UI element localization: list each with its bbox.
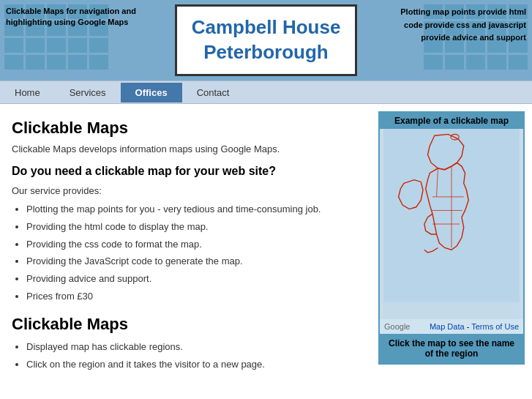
google-logo: Google	[384, 322, 410, 331]
list-item: Displayed map has clickable regions.	[26, 340, 359, 355]
list-item: Providing the JavaScript code to generat…	[26, 254, 359, 269]
list-item: Providing the css code to format the map…	[26, 237, 359, 253]
list-item: Providing the html code to display the m…	[26, 220, 359, 235]
uk-map-svg	[380, 129, 523, 319]
content-right: Example of a clickable map	[371, 111, 532, 389]
list-item: Plotting the map points for you - very t…	[26, 202, 359, 217]
map-image-area[interactable]	[380, 129, 523, 319]
nav-bar: Home Services Offices Contact	[0, 81, 532, 104]
terms-link[interactable]: Terms of Use	[471, 322, 519, 331]
nav-contact[interactable]: Contact	[182, 83, 244, 102]
site-title-box: Campbell House Peterborough	[175, 4, 358, 76]
svg-rect-7	[383, 302, 520, 319]
site-title: Campbell House Peterborough	[192, 15, 341, 65]
map-links[interactable]: Map Data - Terms of Use	[430, 322, 519, 331]
list-item: Prices from £30	[26, 289, 359, 305]
header-right-text: Plotting map points provide html code pr…	[391, 6, 526, 45]
map-caption: Click the map to see the name of the reg…	[380, 334, 523, 363]
map-box-header: Example of a clickable map	[380, 113, 523, 129]
service-intro: Our service provides:	[12, 185, 359, 196]
map-data-link[interactable]: Map Data	[430, 322, 465, 331]
map-footer: Google Map Data - Terms of Use	[380, 319, 523, 334]
list-item: Providing advice and support.	[26, 272, 359, 287]
map-box: Example of a clickable map	[378, 111, 525, 365]
main-subheading: Do you need a clickable map for your web…	[12, 165, 359, 178]
content-left: Clickable Maps Clickable Maps develops i…	[0, 111, 371, 389]
list-item: Click on the region and it takes the vis…	[26, 357, 359, 373]
site-header: Clickable Maps for navigation and highli…	[0, 0, 532, 81]
section2-heading: Clickable Maps	[12, 315, 359, 334]
service-list: Plotting the map points for you - very t…	[26, 202, 359, 305]
section2-list: Displayed map has clickable regions. Cli…	[26, 340, 359, 373]
nav-offices[interactable]: Offices	[121, 83, 182, 102]
main-content: Clickable Maps Clickable Maps develops i…	[0, 104, 532, 397]
header-left-text: Clickable Maps for navigation and highli…	[6, 6, 141, 29]
nav-services[interactable]: Services	[55, 83, 121, 102]
nav-home[interactable]: Home	[0, 83, 55, 102]
main-heading: Clickable Maps	[12, 119, 359, 138]
main-intro: Clickable Maps develops information maps…	[12, 143, 359, 154]
